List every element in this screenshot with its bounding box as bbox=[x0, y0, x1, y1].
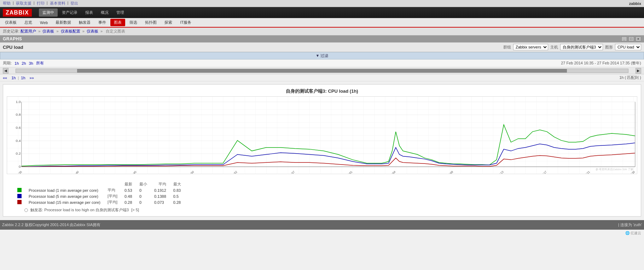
display-unit: 匹配到 bbox=[627, 75, 639, 80]
main-nav: 监测中 资产记录 报表 概况 管理 bbox=[39, 8, 128, 17]
section-title: GRAPHS bbox=[3, 36, 22, 41]
submenu-latest[interactable]: 最新数据 bbox=[52, 19, 75, 26]
nav-reports[interactable]: 报表 bbox=[82, 8, 97, 17]
legend-type-1: [平均] bbox=[104, 193, 121, 199]
profile-link[interactable]: 基本资料 bbox=[50, 1, 65, 6]
nav-arrows: «« 1h | 1h »» 1h ( 匹配到 ) bbox=[0, 74, 644, 81]
svg-text:0.6: 0.6 bbox=[16, 126, 21, 130]
legend-min-0: 0 bbox=[136, 187, 151, 193]
period-label: 周期: bbox=[3, 61, 12, 66]
host-select[interactable]: 自身的测试客户端3 bbox=[560, 44, 603, 50]
logout-link[interactable]: 登出 bbox=[70, 1, 78, 6]
chart-area: 1.0 0.8 0.6 0.4 0.2 0 27/02 16:35 bbox=[7, 96, 637, 174]
nav-overview[interactable]: 概况 bbox=[97, 8, 112, 17]
sep1: | bbox=[13, 1, 14, 6]
legend-type-2: [平均] bbox=[104, 199, 121, 205]
submenu-filter[interactable]: 筛选 bbox=[126, 19, 141, 26]
host-label: 主机 bbox=[550, 45, 558, 50]
period-2h[interactable]: 2h bbox=[22, 61, 26, 65]
graph-controls: 群组 Zabbix servers 主机 自身的测试客户端3 图形 CPU lo… bbox=[503, 44, 641, 50]
legend-table: 最新 最小 平均 最大 Processor load (1 min averag… bbox=[14, 181, 185, 205]
top-bar: 帮助 | 获取支援 | 打印 | 基本资料 | 登出 zabbix bbox=[0, 0, 644, 7]
submenu-graphs[interactable]: 图表 bbox=[110, 19, 125, 26]
header: ZABBIX 监测中 资产记录 报表 概况 管理 bbox=[0, 7, 644, 18]
username-display: zabbix bbox=[629, 1, 641, 6]
svg-text:0.8: 0.8 bbox=[16, 113, 21, 117]
submenu-triggers[interactable]: 触发器 bbox=[75, 19, 94, 26]
legend-min-2: 0 bbox=[136, 199, 151, 205]
filter-bar[interactable]: ▼ 过滤 bbox=[0, 52, 644, 59]
logo: ZABBIX bbox=[3, 9, 32, 17]
nav-assets[interactable]: 资产记录 bbox=[58, 8, 81, 17]
footer: Zabbix 2.2.2 版权Copyright 2001-2014 由Zabb… bbox=[0, 220, 644, 230]
legend-type-0: 平均 bbox=[104, 187, 121, 193]
close-icon[interactable]: × bbox=[636, 36, 641, 41]
trigger-condition: [> 5] bbox=[131, 208, 139, 212]
svg-text:1.0: 1.0 bbox=[16, 100, 21, 104]
legend-max-0: 0.83 bbox=[170, 187, 185, 193]
scroll-thumb[interactable] bbox=[77, 69, 567, 73]
scroll-track bbox=[16, 69, 628, 73]
bottom-branding: 🌐 亿速云 bbox=[0, 230, 644, 237]
breadcrumb-config[interactable]: 配置用户 bbox=[21, 29, 36, 33]
group-select[interactable]: Zabbix servers bbox=[513, 44, 548, 50]
svg-text:参考资料来自Zabbix SIA 了解: 参考资料来自Zabbix SIA 了解 bbox=[596, 168, 633, 171]
legend-area: 最新 最小 平均 最大 Processor load (1 min averag… bbox=[14, 181, 637, 213]
sep2: | bbox=[34, 1, 35, 6]
legend-label-1: Processor load (5 min average per core) bbox=[25, 193, 104, 199]
branding-text: 🌐 亿速云 bbox=[625, 231, 641, 235]
nav-monitor[interactable]: 监测中 bbox=[39, 8, 58, 17]
breadcrumb-dashboard[interactable]: 仪表板 bbox=[42, 29, 54, 33]
group-label: 群组 bbox=[503, 45, 511, 50]
legend-header-avg: 平均 bbox=[151, 181, 170, 187]
svg-text:0.2: 0.2 bbox=[16, 152, 21, 156]
svg-text:0.4: 0.4 bbox=[16, 139, 21, 143]
graph-title-bar: CPU load 群组 Zabbix servers 主机 自身的测试客户端3 … bbox=[0, 42, 644, 52]
print-link[interactable]: 打印 bbox=[37, 1, 45, 6]
scroll-right-btn[interactable]: ▶ bbox=[636, 68, 641, 74]
submenu-web[interactable]: Web bbox=[36, 19, 51, 26]
legend-label-2: Processor load (15 min average per core) bbox=[25, 199, 104, 205]
legend-avg-1: 0.1388 bbox=[151, 193, 170, 199]
sep3: | bbox=[47, 1, 48, 6]
legend-col-type bbox=[104, 181, 121, 187]
legend-color-red bbox=[17, 200, 22, 204]
nav-next-1h[interactable]: 1h bbox=[21, 76, 25, 80]
nav-next-next[interactable]: »» bbox=[30, 76, 34, 80]
submenu-it[interactable]: IT服务 bbox=[176, 19, 195, 26]
graph-select[interactable]: CPU load bbox=[615, 44, 641, 50]
submenu-explore[interactable]: 探索 bbox=[161, 19, 176, 26]
period-1h[interactable]: 1h bbox=[14, 61, 19, 65]
top-bar-links: 帮助 | 获取支援 | 打印 | 基本资料 | 登出 bbox=[3, 1, 78, 6]
legend-header-max: 最大 bbox=[170, 181, 185, 187]
scroll-area: ◀ ▶ bbox=[0, 67, 644, 74]
submenu-dashboard[interactable]: 仪表板 bbox=[1, 19, 20, 26]
period-3h[interactable]: 3h bbox=[29, 61, 33, 65]
nav-prev-prev[interactable]: «« bbox=[3, 76, 7, 80]
legend-max-1: 0.5 bbox=[170, 193, 185, 199]
submenu-overview[interactable]: 总览 bbox=[21, 19, 36, 26]
legend-color-green bbox=[17, 188, 22, 192]
legend-avg-0: 0.1912 bbox=[151, 187, 170, 193]
support-link[interactable]: 获取支援 bbox=[16, 1, 31, 6]
legend-header-min: 最小 bbox=[136, 181, 151, 187]
submenu-topology[interactable]: 拓扑图 bbox=[141, 19, 160, 26]
section-header: GRAPHS _ □ × bbox=[0, 35, 644, 42]
time-left: 周期: 1h 2h 3h 所有 bbox=[3, 61, 44, 66]
period-all[interactable]: 所有 bbox=[36, 61, 44, 66]
trigger-row: 触发器: Processor load is too high on 自身的测试… bbox=[24, 207, 637, 213]
svg-text:0: 0 bbox=[19, 165, 21, 168]
scroll-left-btn[interactable]: ◀ bbox=[3, 68, 8, 74]
legend-latest-0: 0.53 bbox=[121, 187, 136, 193]
breadcrumb-dashconfig[interactable]: 仪表板配置 bbox=[61, 29, 80, 33]
help-link[interactable]: 帮助 bbox=[3, 1, 11, 6]
restore-icon[interactable]: □ bbox=[628, 36, 634, 41]
breadcrumb-dash2[interactable]: 仪表板 bbox=[87, 29, 98, 33]
nav-prev-1h[interactable]: 1h bbox=[11, 76, 16, 80]
minimize-icon[interactable]: _ bbox=[621, 36, 627, 41]
submenu-events[interactable]: 事件 bbox=[95, 19, 110, 26]
chart-svg: 1.0 0.8 0.6 0.4 0.2 0 27/02 16:35 bbox=[7, 97, 637, 174]
legend-row-2: Processor load (15 min average per core)… bbox=[14, 199, 185, 205]
nav-admin[interactable]: 管理 bbox=[113, 8, 128, 17]
chart-title: 自身的测试客户端3: CPU load (1h) bbox=[7, 88, 637, 94]
